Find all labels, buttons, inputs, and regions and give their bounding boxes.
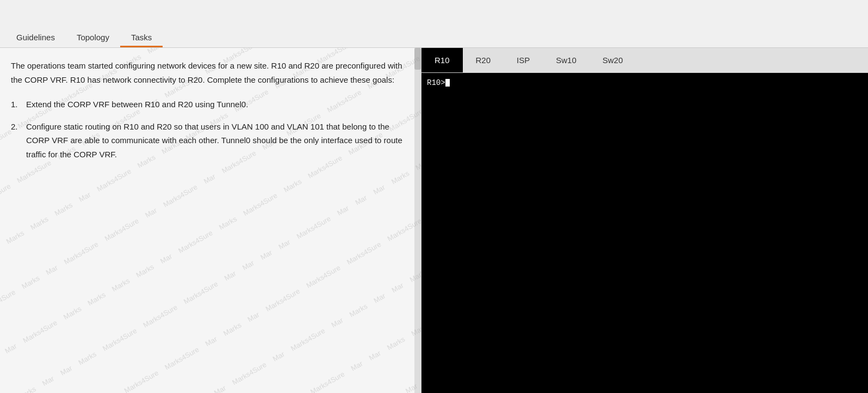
watermark-item: Mar <box>71 185 113 236</box>
watermark-item: Marks4Sure <box>0 282 38 346</box>
terminal-prompt: R10> <box>427 78 445 87</box>
watermark-item: Mar <box>265 344 307 393</box>
device-tab-r10[interactable]: R10 <box>421 48 463 72</box>
watermark-item: Marks4Sure <box>235 185 300 249</box>
watermark-item: Marks4Sure <box>258 281 323 345</box>
watermark-item: Mar <box>0 346 21 393</box>
tab-tasks[interactable]: Tasks <box>120 27 163 47</box>
device-tab-r20[interactable]: R20 <box>463 48 504 72</box>
watermark-item: Marks4Sure <box>136 297 200 361</box>
watermark-item: Marks4Sure <box>95 321 159 385</box>
watermark-item: Marks <box>342 296 390 351</box>
watermark-item: Marks4Sure <box>339 234 404 298</box>
watermark-item: Marks <box>23 209 71 264</box>
watermark-item: Mar <box>98 386 140 393</box>
list-item-num: 1. <box>11 97 26 112</box>
left-panel-content: The operations team started configuring … <box>0 48 421 180</box>
device-tab-isp[interactable]: ISP <box>504 48 543 72</box>
watermark-item: Mar <box>324 310 365 361</box>
watermark-item: Marks4Sure <box>171 223 235 287</box>
watermark-item: Marks4Sure <box>176 274 240 338</box>
main-content: MarMarks4SureMarks4SureMarksMarMarksMark… <box>0 48 868 393</box>
watermark-item: Marks4Sure <box>0 176 33 241</box>
terminal-window[interactable]: R10> <box>421 73 868 393</box>
watermark-item: Mar <box>348 188 389 239</box>
top-tab-bar: Guidelines Topology Tasks <box>0 0 868 48</box>
watermark-item: Mar <box>362 343 403 393</box>
list-item-text: Extend the CORP VRF between R10 and R20 … <box>26 97 248 112</box>
watermark-item: Marks4Sure <box>156 177 220 241</box>
watermark-item: Mar <box>207 378 248 393</box>
right-panel: R10 R20 ISP Sw10 Sw20 R10> <box>421 48 868 393</box>
list-item: 1. Extend the CORP VRF between R10 and R… <box>11 97 405 112</box>
watermark-item: Marks <box>104 271 152 326</box>
watermark-item: Marks4Sure <box>289 208 354 273</box>
watermark-item: Mar <box>343 353 385 393</box>
watermark-item: Mar <box>285 387 326 393</box>
watermark-item: Marks <box>0 223 47 278</box>
watermark-item: Marks <box>56 298 104 353</box>
watermark-item: Marks <box>216 315 264 370</box>
watermark-item: Marks4Sure <box>225 354 289 393</box>
watermark-item: Mar <box>138 200 179 251</box>
task-description: The operations team started configuring … <box>11 59 405 87</box>
watermark-item: Mar <box>39 257 80 309</box>
list-item: 2. Configure static routing on R10 and R… <box>11 120 405 162</box>
task-list: 1. Extend the CORP VRF between R10 and R… <box>11 97 405 161</box>
watermark-item: Mar <box>53 358 94 393</box>
watermark-item: Marks <box>0 237 22 292</box>
watermark-item: Mar <box>366 177 407 229</box>
watermark-item: Mar <box>330 198 371 249</box>
watermark-item: Marks4Sure <box>16 312 80 377</box>
watermark-item: Marks4Sure <box>97 211 162 275</box>
watermark-item: Marks4Sure <box>303 364 367 393</box>
watermark-item: Marks <box>71 344 119 393</box>
watermark-item: Mar <box>153 246 194 297</box>
watermark-item: Marks4Sure <box>0 357 3 393</box>
watermark-item: Marks <box>129 256 177 311</box>
tab-guidelines[interactable]: Guidelines <box>5 27 66 47</box>
left-panel: MarMarks4SureMarks4SureMarksMarMarksMark… <box>0 48 421 393</box>
watermark-item: Mar <box>198 329 239 380</box>
device-tab-sw10[interactable]: Sw10 <box>543 48 590 72</box>
watermark-item: Mar <box>271 232 313 283</box>
device-tab-sw20[interactable]: Sw20 <box>590 48 636 72</box>
tab-topology[interactable]: Topology <box>66 27 120 47</box>
watermark-item: Marks <box>15 268 63 323</box>
watermark-item: Mar <box>367 286 408 337</box>
terminal-line: R10> <box>427 78 863 87</box>
watermark-item: Mar <box>0 336 39 387</box>
list-item-text: Configure static routing on R10 and R20 … <box>26 120 405 162</box>
watermark-item: Marks4Sure <box>117 363 181 393</box>
watermark-item: Marks <box>212 208 259 263</box>
watermark-item: Mar <box>240 304 282 355</box>
terminal-cursor <box>445 79 450 87</box>
watermark-item: Mar <box>35 369 76 393</box>
device-tab-bar: R10 R20 ISP Sw10 Sw20 <box>421 48 868 73</box>
watermark-item: Marks <box>80 285 128 340</box>
list-item-num: 2. <box>11 120 26 134</box>
watermark-item: Mar <box>217 263 258 315</box>
watermark-item: Mar <box>189 388 230 393</box>
watermark-item: Marks <box>47 195 95 250</box>
watermark-item: Marks <box>11 379 59 393</box>
watermark-item: Mar <box>235 253 276 304</box>
watermark-item: Marks4Sure <box>299 257 363 322</box>
watermark-item: Marks4Sure <box>57 234 121 298</box>
watermark-item: Marks4Sure <box>157 339 221 393</box>
watermark-item: Marks4Sure <box>283 321 348 385</box>
watermark-item: Mar <box>253 242 294 293</box>
